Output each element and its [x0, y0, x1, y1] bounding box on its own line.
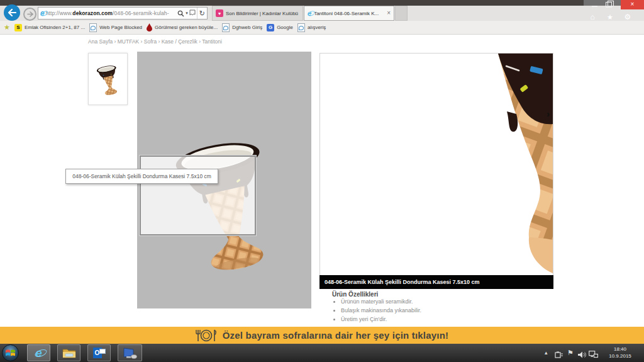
favbar-star-icon[interactable]: ★ [4, 23, 10, 31]
tab-close-icon[interactable]: × [387, 10, 391, 16]
favorite-label: Dghweb Giriş [232, 25, 262, 30]
tray-clock[interactable]: 18:40 10.9.2015 [601, 346, 640, 359]
product-details-title: Ürün Özellikleri [332, 291, 378, 298]
kadinlar-kulubu-favicon: ♥ [216, 9, 223, 17]
refresh-icon[interactable]: ↻ [197, 8, 205, 19]
detail-item: Bulaşık makinasında yıkanabilir. [341, 307, 421, 314]
zoomed-image-panel[interactable] [319, 53, 553, 276]
clock-time: 18:40 [601, 346, 640, 353]
favorite-label: Google [277, 25, 293, 30]
forward-arrow-icon [27, 11, 33, 17]
page-content: Ana Sayfa › MUTFAK › Sofra › Kase / Çere… [0, 35, 644, 327]
page-icon [297, 23, 305, 32]
screen: e http://www.dekorazon.com/048-06-serami… [0, 0, 644, 362]
url-dropdown-icon[interactable]: ▾ [186, 8, 188, 19]
tab-label: Son Bildirimler | Kadınlar Kulübü [226, 11, 299, 16]
google-g-badge-icon: G [267, 24, 274, 31]
favorite-dghweb[interactable]: Dghweb Giriş [222, 23, 262, 32]
taskbar-ie-button[interactable]: e [27, 344, 50, 361]
taskbar-explorer-button[interactable] [57, 344, 80, 361]
breadcrumb[interactable]: Ana Sayfa › MUTFAK › Sofra › Kase / Çere… [88, 38, 222, 45]
product-thumbnail[interactable] [88, 53, 128, 105]
page-icon [89, 23, 97, 32]
tab-favicon-ie-icon: e [308, 9, 311, 17]
tray-network-icon[interactable] [589, 349, 598, 361]
favorite-label: alışveriş [308, 25, 326, 30]
detail-item: Ürünün materyali seramikdir. [341, 298, 421, 305]
zoomed-cone-image [320, 54, 553, 276]
product-tooltip: 048-06-Seramik Külah Şekilli Dondurma Ka… [65, 169, 218, 184]
detail-item: Üretim yeri Çin'dir. [341, 316, 421, 323]
address-bar[interactable]: e http://www.dekorazon.com/048-06-serami… [38, 7, 208, 20]
favorite-label: Emlak Ofisinden 2+1, 87 ... [25, 25, 85, 30]
folder-icon [62, 348, 76, 358]
compatibility-view-icon[interactable] [189, 8, 196, 19]
url-scheme: http://www. [46, 10, 73, 16]
favorite-alisveris[interactable]: alışveriş [297, 23, 326, 32]
zoom-lens[interactable] [140, 156, 256, 235]
windows-flag-icon [6, 349, 15, 357]
sahibinden-s-badge-icon: S [14, 24, 22, 31]
taskbar-outlook-button[interactable]: O [87, 344, 111, 361]
url-text[interactable]: http://www.dekorazon.com/048-06-seramik-… [46, 10, 177, 16]
window-frame-strip [0, 0, 644, 6]
computer-icon [123, 348, 137, 359]
window-restore-button[interactable] [606, 2, 612, 8]
window-minimize-button[interactable] [592, 6, 597, 7]
tab-son-bildirimler[interactable]: ♥ Son Bildirimler | Kadınlar Kulübü [212, 6, 303, 21]
red-drop-icon [147, 23, 152, 31]
url-domain: dekorazon.com [72, 10, 113, 16]
cutlery-plate-icon [196, 329, 217, 342]
outlook-icon: O [93, 348, 106, 358]
banner-text: Özel bayram sofralarına dair her şey içi… [223, 330, 449, 341]
new-tab-button[interactable] [395, 6, 408, 21]
site-favicon-ie-icon: e [40, 9, 45, 18]
window-close-button[interactable]: × [621, 0, 644, 9]
campaign-banner[interactable]: Özel bayram sofralarına dair her şey içi… [0, 327, 644, 344]
tray-expand-icon[interactable]: ▴ [545, 344, 548, 362]
favorite-gorulmesi-gereken[interactable]: Görülmesi gereken büyüle... [147, 23, 218, 31]
favorites-bar: ★ S Emlak Ofisinden 2+1, 87 ... Web Page… [0, 21, 644, 35]
product-details-list: Ürünün materyali seramikdir. Bulaşık mak… [333, 298, 421, 325]
favorite-label: Görülmesi gereken büyüle... [155, 25, 218, 30]
taskbar-computer-button[interactable] [118, 344, 142, 361]
favorite-web-page-blocked[interactable]: Web Page Blocked [89, 23, 142, 32]
favorite-emlak[interactable]: S Emlak Ofisinden 2+1, 87 ... [14, 24, 85, 31]
url-path: /048-06-seramik-kulah- [113, 10, 169, 16]
back-button[interactable] [4, 4, 20, 21]
clock-date: 10.9.2015 [601, 353, 640, 359]
tray-speaker-icon[interactable] [578, 349, 586, 361]
favorite-label: Web Page Blocked [99, 25, 142, 30]
product-thumbnail-image [96, 62, 120, 96]
back-arrow-icon [8, 9, 16, 16]
next-image-arrow-icon[interactable]: › [547, 110, 550, 118]
search-icon[interactable] [177, 8, 184, 19]
tab-label: Tantitoni 048-06-Seramik K... [314, 11, 384, 16]
taskbar: e O ▴ ⚑ [0, 344, 644, 362]
ie-icon: e [35, 346, 42, 360]
page-icon [222, 23, 230, 32]
forward-button[interactable] [23, 8, 36, 21]
tray-flag-icon[interactable]: ⚑ [567, 344, 574, 362]
zoom-caption: 048-06-Seramik Külah Şekilli Dondurma Ka… [319, 275, 553, 289]
start-button[interactable] [2, 344, 19, 361]
tray-battery-icon[interactable] [555, 349, 564, 361]
favorite-google[interactable]: G Google [267, 24, 293, 31]
tab-tantitoni-active[interactable]: e Tantitoni 048-06-Seramik K... × [304, 6, 394, 21]
